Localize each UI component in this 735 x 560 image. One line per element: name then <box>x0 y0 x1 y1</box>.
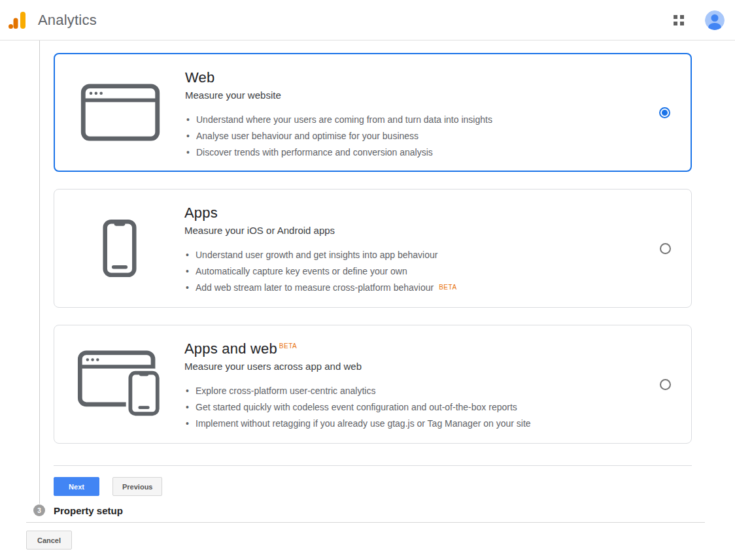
bullet-item: Understand user growth and get insights … <box>184 247 639 263</box>
browser-icon <box>80 84 160 141</box>
cancel-button[interactable]: Cancel <box>26 531 72 550</box>
section-divider <box>54 465 692 466</box>
card-subtitle-web: Measure your website <box>185 90 638 101</box>
card-bullets-apps-and-web: Explore cross-platform user-centric anal… <box>184 383 639 432</box>
bullet-item: Discover trends with performance and con… <box>185 144 638 161</box>
user-avatar[interactable] <box>705 10 725 30</box>
phone-icon <box>103 219 137 278</box>
stepper-step-property-setup: 3 Property setup <box>33 504 735 516</box>
radio-apps-and-web[interactable] <box>660 379 671 390</box>
app-header: Analytics <box>0 0 735 41</box>
option-card-web[interactable]: Web Measure your website Understand wher… <box>54 53 692 172</box>
step-label: Property setup <box>54 505 123 516</box>
app-title: Analytics <box>38 12 97 29</box>
radio-web[interactable] <box>659 107 670 118</box>
option-card-apps-and-web[interactable]: Apps and webBETA Measure your users acro… <box>54 325 692 444</box>
bullet-item: Explore cross-platform user-centric anal… <box>184 383 639 399</box>
beta-badge: BETA <box>439 284 456 291</box>
radio-apps[interactable] <box>660 243 671 254</box>
bullet-item: Understand where your users are coming f… <box>185 112 638 128</box>
option-card-apps[interactable]: Apps Measure your iOS or Android apps Un… <box>54 189 692 308</box>
page-divider <box>26 522 705 523</box>
card-bullets-web: Understand where your users are coming f… <box>185 112 638 161</box>
card-title-web: Web <box>185 69 638 86</box>
analytics-logo <box>8 10 29 31</box>
bullet-item: Analyse user behaviour and optimise for … <box>185 128 638 144</box>
previous-button[interactable]: Previous <box>112 477 162 496</box>
card-subtitle-apps: Measure your iOS or Android apps <box>184 225 639 236</box>
step-number-badge: 3 <box>33 504 45 516</box>
google-apps-grid-icon[interactable] <box>674 15 684 25</box>
bullet-item: Add web stream later to measure cross-pl… <box>184 280 639 297</box>
card-title-apps: Apps <box>184 205 639 222</box>
bullet-item: Implement without retagging if you alrea… <box>184 416 639 432</box>
bullet-item: Automatically capture key events or defi… <box>184 263 639 280</box>
card-subtitle-apps-and-web: Measure your users across app and web <box>184 361 639 372</box>
analytics-logo-icon <box>8 10 29 31</box>
beta-badge: BETA <box>279 342 297 350</box>
card-bullets-apps: Understand user growth and get insights … <box>184 247 639 297</box>
browser-phone-icon <box>77 350 162 418</box>
card-title-apps-and-web: Apps and webBETA <box>184 340 639 357</box>
bullet-item: Get started quickly with codeless event … <box>184 399 639 416</box>
next-button[interactable]: Next <box>54 477 99 496</box>
